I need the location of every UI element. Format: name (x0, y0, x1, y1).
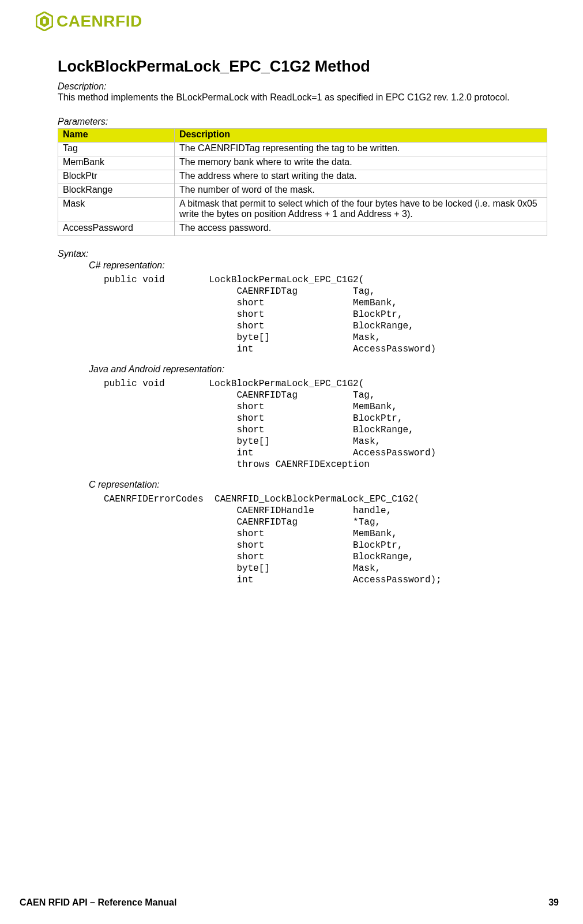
param-description: The CAENRFIDTag representing the tag to … (175, 143, 547, 156)
param-description: A bitmask that permit to select which of… (175, 198, 547, 222)
table-row: AccessPassword The access password. (58, 222, 547, 236)
table-header-description: Description (175, 129, 547, 143)
csharp-repr-label: C# representation: (89, 260, 547, 271)
param-name: Mask (58, 198, 175, 222)
java-code-block: public void LockBlockPermaLock_EPC_C1G2(… (104, 378, 547, 470)
brand-logo: CAENRFID (36, 12, 547, 31)
param-name: Tag (58, 143, 175, 156)
parameters-label: Parameters: (58, 117, 547, 127)
footer-manual-title: CAEN RFID API – Reference Manual (20, 897, 176, 908)
table-row: BlockRange The number of word of the mas… (58, 184, 547, 198)
method-title: LockBlockPermaLock_EPC_C1G2 Method (58, 58, 547, 76)
param-description: The memory bank where to write the data. (175, 156, 547, 170)
table-row: Mask A bitmask that permit to select whi… (58, 198, 547, 222)
param-name: BlockPtr (58, 170, 175, 184)
c-code-block: CAENRFIDErrorCodes CAENRFID_LockBlockPer… (104, 493, 547, 586)
table-row: MemBank The memory bank where to write t… (58, 156, 547, 170)
brand-logo-text: CAENRFID (57, 12, 142, 31)
java-repr-label: Java and Android representation: (89, 364, 547, 375)
table-row: Tag The CAENRFIDTag representing the tag… (58, 143, 547, 156)
param-description: The access password. (175, 222, 547, 236)
description-text: This method implements the BLockPermaLoc… (58, 92, 547, 103)
svg-rect-2 (43, 19, 46, 24)
brand-logo-icon (36, 12, 53, 31)
param-description: The address where to start writing the d… (175, 170, 547, 184)
syntax-label: Syntax: (58, 249, 547, 259)
page-footer: CAEN RFID API – Reference Manual 39 (20, 897, 559, 908)
footer-page-number: 39 (548, 897, 559, 908)
csharp-code-block: public void LockBlockPermaLock_EPC_C1G2(… (104, 274, 547, 355)
table-row: BlockPtr The address where to start writ… (58, 170, 547, 184)
param-name: AccessPassword (58, 222, 175, 236)
c-repr-label: C representation: (89, 480, 547, 490)
param-name: BlockRange (58, 184, 175, 198)
parameters-table: Name Description Tag The CAENRFIDTag rep… (58, 128, 547, 236)
table-header-name: Name (58, 129, 175, 143)
param-name: MemBank (58, 156, 175, 170)
param-description: The number of word of the mask. (175, 184, 547, 198)
description-label: Description: (58, 81, 547, 92)
